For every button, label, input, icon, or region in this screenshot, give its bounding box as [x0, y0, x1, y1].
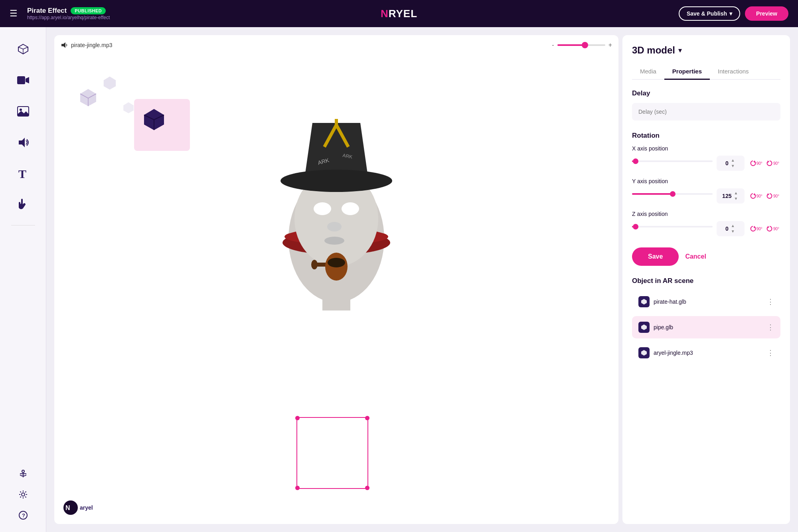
- y-up-btn[interactable]: ▲: [733, 191, 739, 196]
- rotate-cw-icon-z: [750, 225, 756, 232]
- ar-object-name-2: pipe.glb: [654, 324, 763, 330]
- sidebar-item-text[interactable]: T: [7, 160, 39, 188]
- y-presets: 90° 90°: [749, 192, 780, 200]
- float-cube-dark: [142, 107, 166, 133]
- sidebar-item-image[interactable]: [7, 97, 39, 125]
- svg-marker-17: [61, 42, 65, 48]
- handle-bl[interactable]: [295, 486, 300, 490]
- x-up-btn[interactable]: ▲: [730, 158, 736, 163]
- tab-interactions[interactable]: Interactions: [710, 64, 757, 80]
- brand-url[interactable]: https://app.aryel.io/aryelhq/pirate-effe…: [27, 15, 110, 20]
- ar-object-cube-icon-3: [638, 347, 650, 358]
- chevron-down-icon: ▾: [729, 10, 732, 17]
- svg-line-3: [23, 47, 28, 49]
- z-minus90-btn[interactable]: 90°: [765, 225, 780, 232]
- help-button[interactable]: ?: [14, 506, 32, 524]
- preview-button[interactable]: Preview: [745, 6, 788, 21]
- save-publish-button[interactable]: Save & Publish ▾: [679, 6, 740, 21]
- z-plus90-btn[interactable]: 90°: [749, 225, 764, 232]
- svg-marker-52: [768, 160, 769, 163]
- ar-object-menu-3[interactable]: ⋮: [767, 348, 774, 357]
- help-icon: ?: [19, 511, 28, 520]
- handle-br[interactable]: [365, 486, 369, 490]
- x-minus90-btn[interactable]: 90°: [765, 160, 780, 167]
- app-logo: NRYEL: [381, 7, 417, 20]
- x-axis-slider[interactable]: [632, 160, 713, 166]
- ar-object-menu-2[interactable]: ⋮: [767, 323, 774, 332]
- y-minus90-btn[interactable]: 90°: [765, 192, 780, 200]
- menu-icon[interactable]: ☰: [10, 8, 18, 19]
- x-value: 0: [725, 160, 729, 166]
- svg-text:?: ?: [22, 512, 25, 518]
- y-fill: [632, 193, 671, 195]
- y-down-btn[interactable]: ▼: [733, 196, 739, 201]
- canvas-toolbar: pirate-jingle.mp3 - +: [61, 42, 612, 49]
- rotate-ccw-icon: [766, 160, 773, 166]
- sidebar-item-video[interactable]: [7, 66, 39, 94]
- header-actions: Save & Publish ▾ Preview: [679, 6, 788, 21]
- cancel-button[interactable]: Cancel: [685, 253, 706, 260]
- svg-text:N: N: [65, 504, 70, 511]
- svg-marker-5: [26, 77, 29, 83]
- y-spinners: ▲ ▼: [733, 191, 739, 201]
- header: ☰ Pirate Effect PUBLISHED https://app.ar…: [0, 0, 798, 27]
- svg-point-14: [22, 493, 25, 496]
- z-axis-row: Z axis position 0 ▲ ▼: [632, 211, 780, 236]
- rotation-title: Rotation: [632, 132, 780, 140]
- form-actions: Save Cancel: [632, 247, 780, 266]
- brand-name: Pirate Effect: [27, 7, 67, 15]
- anchor-button[interactable]: [14, 465, 32, 483]
- ar-object-cube-icon-2: [638, 322, 650, 333]
- float-cube-3: [122, 101, 135, 114]
- ar-scene-title: Object in AR scene: [632, 277, 780, 285]
- speaker-icon: [61, 42, 68, 49]
- svg-marker-54: [768, 193, 769, 196]
- svg-marker-56: [768, 226, 769, 228]
- y-value: 125: [722, 193, 731, 199]
- delay-section: Delay: [632, 89, 780, 121]
- volume-minus-button[interactable]: -: [552, 42, 554, 49]
- ar-object-name-3: aryel-jingle.mp3: [654, 350, 763, 356]
- volume-thumb: [582, 42, 588, 48]
- z-value: 0: [725, 225, 729, 232]
- sidebar-bottom: ?: [14, 465, 32, 524]
- handle-tl[interactable]: [295, 416, 300, 420]
- sidebar-item-audio[interactable]: [7, 129, 39, 156]
- sidebar-item-3d[interactable]: [7, 35, 39, 63]
- tab-media[interactable]: Media: [632, 64, 664, 80]
- z-down-btn[interactable]: ▼: [730, 229, 736, 234]
- panel-dropdown-icon[interactable]: ▾: [678, 46, 682, 55]
- z-axis-slider[interactable]: [632, 226, 713, 231]
- canvas-area: pirate-jingle.mp3 - +: [54, 35, 618, 524]
- handle-tr[interactable]: [365, 416, 369, 420]
- delay-input[interactable]: [632, 103, 780, 121]
- volume-plus-button[interactable]: +: [608, 42, 612, 49]
- sidebar-item-interaction[interactable]: [7, 191, 39, 219]
- settings-button[interactable]: [14, 486, 32, 503]
- volume-slider[interactable]: [557, 44, 605, 46]
- svg-point-45: [311, 260, 318, 269]
- z-up-btn[interactable]: ▲: [730, 223, 736, 228]
- save-button[interactable]: Save: [632, 247, 679, 266]
- ar-object-pipe[interactable]: pipe.glb ⋮: [632, 316, 780, 338]
- svg-marker-57: [641, 299, 647, 305]
- y-axis-slider[interactable]: [632, 193, 713, 199]
- y-axis-controls: 125 ▲ ▼: [632, 188, 780, 204]
- svg-marker-22: [104, 77, 116, 90]
- tab-properties[interactable]: Properties: [664, 64, 710, 80]
- x-plus90-btn[interactable]: 90°: [749, 160, 764, 167]
- svg-point-35: [327, 222, 342, 231]
- y-plus90-btn[interactable]: 90°: [749, 192, 764, 200]
- main-layout: T: [0, 27, 798, 532]
- z-spinners: ▲ ▼: [730, 223, 736, 234]
- ar-object-jingle[interactable]: aryel-jingle.mp3 ⋮: [632, 342, 780, 364]
- svg-marker-23: [123, 102, 134, 113]
- sidebar-divider: [11, 225, 35, 225]
- z-value-box: 0 ▲ ▼: [717, 221, 745, 236]
- cube-icon: [17, 43, 29, 55]
- ar-object-pirate-hat[interactable]: pirate-hat.glb ⋮: [632, 291, 780, 313]
- right-panel: 3D model ▾ Media Properties Interactions…: [622, 35, 790, 524]
- x-down-btn[interactable]: ▼: [730, 164, 736, 168]
- ar-object-name-1: pirate-hat.glb: [654, 299, 763, 305]
- ar-object-menu-1[interactable]: ⋮: [767, 297, 774, 306]
